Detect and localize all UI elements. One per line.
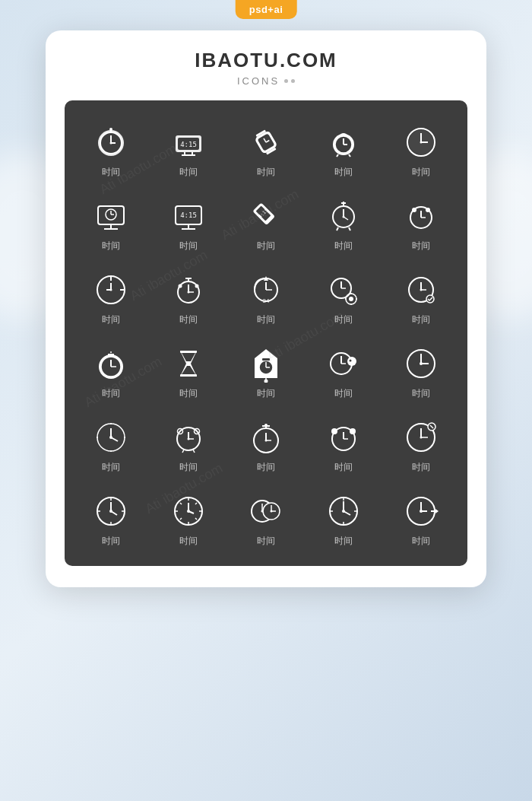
icon-label: 时间 — [334, 387, 353, 400]
svg-line-25 — [337, 154, 338, 157]
svg-point-67 — [188, 291, 190, 294]
icon-cell-15: 时间 — [382, 263, 460, 337]
svg-point-120 — [110, 450, 112, 452]
main-card: IBAOTU.COM ICONS Ati ibaotu.com Ati ibao… — [46, 30, 486, 587]
svg-point-183 — [342, 510, 345, 513]
svg-point-179 — [271, 510, 273, 513]
icon-cell-19: 时间 — [305, 337, 382, 411]
svg-rect-99 — [180, 351, 197, 353]
icon-label: 时间 — [412, 313, 430, 326]
icon-label: 时间 — [102, 535, 120, 548]
icon-cell-5: 时间 — [382, 116, 460, 189]
svg-text:4:15: 4:15 — [180, 141, 197, 148]
svg-point-125 — [109, 436, 112, 439]
icon-cell-11: 时间 — [72, 263, 150, 337]
icon-label: 时间 — [102, 387, 120, 400]
icon-cell-20: 时间 — [382, 337, 460, 411]
svg-point-57 — [426, 208, 430, 212]
icon-cell-1: 时间 — [72, 116, 150, 189]
svg-line-168 — [195, 518, 197, 520]
icon-label: 时间 — [412, 535, 430, 548]
svg-point-140 — [264, 424, 268, 427]
icon-cell-24: 时间 — [305, 411, 382, 485]
icon-label: 时间 — [334, 461, 353, 474]
svg-point-63 — [110, 289, 112, 291]
icon-panel: Ati ibaotu.com Ati ibaotu.com Ati ibaotu… — [65, 100, 467, 566]
svg-point-50 — [343, 216, 345, 218]
icon-label: 时间 — [334, 313, 353, 326]
card-subtitle: ICONS — [237, 75, 295, 87]
icon-label: 时间 — [179, 387, 198, 400]
svg-point-112 — [347, 357, 356, 366]
icon-label: 时间 — [179, 166, 198, 179]
icon-label: 时间 — [257, 535, 275, 548]
svg-point-145 — [350, 428, 356, 434]
svg-point-70 — [179, 284, 182, 288]
decorative-dots — [284, 79, 295, 83]
icon-label: 时间 — [334, 535, 353, 548]
icon-cell-9: 时间 — [305, 189, 382, 263]
svg-text:34: 34 — [263, 297, 270, 304]
icon-label: 时间 — [334, 240, 353, 253]
svg-point-81 — [349, 297, 353, 301]
icon-cell-25: 时间 — [382, 411, 460, 485]
icon-cell-26: 时间 — [72, 485, 150, 558]
icon-label: 时间 — [257, 461, 275, 474]
icon-cell-29: 时间 — [305, 485, 382, 558]
icon-cell-13: 34 时间 — [227, 263, 305, 337]
svg-point-119 — [110, 423, 112, 424]
svg-point-155 — [109, 510, 112, 513]
svg-line-132 — [182, 450, 184, 453]
icon-label: 时间 — [412, 387, 430, 400]
icon-cell-23: 时间 — [227, 411, 305, 485]
icon-cell-8: 4:15 时间 — [227, 189, 305, 263]
icon-cell-18: 时间 — [227, 337, 305, 411]
svg-point-117 — [420, 362, 423, 365]
svg-point-137 — [265, 440, 268, 442]
svg-text:4:15: 4:15 — [180, 211, 197, 219]
svg-point-107 — [264, 380, 268, 383]
icon-label: 时间 — [102, 166, 120, 179]
icon-label: 时间 — [412, 166, 430, 179]
icon-cell-30: 时间 — [382, 485, 460, 558]
svg-line-167 — [180, 518, 182, 520]
icon-label: 时间 — [334, 166, 353, 179]
icon-label: 时间 — [179, 535, 198, 548]
svg-point-129 — [188, 438, 190, 440]
svg-point-56 — [412, 208, 416, 212]
svg-point-191 — [420, 510, 423, 513]
icon-cell-14: 时间 — [305, 263, 382, 337]
icon-cell-22: 时间 — [150, 411, 227, 485]
svg-line-133 — [193, 450, 195, 453]
icon-label: 时间 — [179, 461, 198, 474]
icon-label: 时间 — [102, 313, 120, 326]
svg-point-71 — [195, 284, 199, 288]
icon-label: 时间 — [102, 461, 120, 474]
icon-grid: 时间 4:15 时间 — [72, 116, 460, 558]
icon-label: 时间 — [257, 166, 275, 179]
icon-cell-28: 时间 — [227, 485, 305, 558]
svg-line-26 — [349, 154, 350, 157]
svg-line-51 — [337, 227, 338, 230]
icon-cell-12: 时间 — [150, 263, 227, 337]
svg-point-113 — [350, 360, 352, 362]
svg-point-89 — [420, 289, 423, 291]
icon-cell-2: 4:15 时间 — [150, 116, 227, 189]
icon-cell-6: 时间 — [72, 189, 150, 263]
top-badge: psd+ai — [236, 0, 297, 19]
icon-cell-17: 时间 — [150, 337, 227, 411]
svg-point-7 — [109, 128, 112, 131]
svg-point-5 — [110, 142, 112, 145]
svg-point-171 — [187, 510, 190, 513]
svg-marker-193 — [435, 509, 439, 513]
card-title: IBAOTU.COM — [195, 49, 337, 72]
icon-label: 时间 — [257, 387, 275, 400]
svg-point-122 — [124, 437, 125, 438]
svg-point-121 — [97, 437, 98, 438]
icon-label: 时间 — [179, 240, 198, 253]
icon-label: 时间 — [257, 313, 275, 326]
icon-cell-27: 时间 — [150, 485, 227, 558]
icon-label: 时间 — [257, 240, 275, 253]
svg-rect-108 — [262, 358, 270, 361]
svg-point-149 — [420, 437, 423, 439]
